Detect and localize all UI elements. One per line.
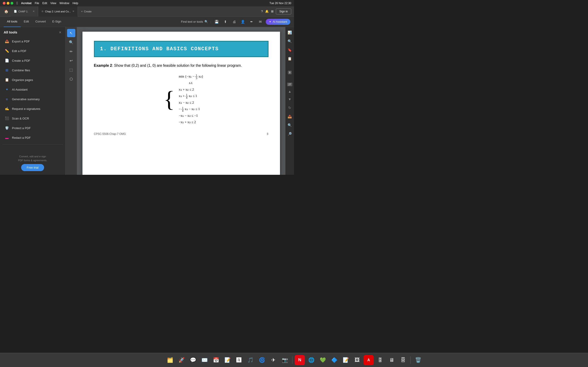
scroll-down-icon[interactable]: ▼ — [286, 95, 294, 103]
math-line-1: min {−x₁ − 1 3 x₂} — [176, 73, 203, 80]
marquee-tool[interactable]: ⬚ — [67, 66, 75, 74]
math-line-6: −x₁ − x₂ ≤ −1 — [176, 112, 203, 119]
apple-logo-icon[interactable]:  — [17, 1, 18, 5]
math-line-3: x₁ + 1 4 x₂ ≤ 1 — [176, 93, 203, 99]
panel-footer: Convert, edit and e-signPDF forms & agre… — [0, 151, 65, 175]
menu-window[interactable]: Window — [60, 2, 69, 5]
traffic-lights — [3, 2, 13, 5]
print-icon[interactable]: 🖨 — [231, 19, 237, 25]
undo-tool[interactable]: ↩ — [67, 56, 75, 65]
tool-create-pdf[interactable]: 📄 Create a PDF — [2, 56, 63, 65]
organize-pages-label: Organize pages — [12, 78, 33, 82]
tab-edit[interactable]: Edit — [21, 17, 32, 27]
panel-close-icon[interactable]: ✕ — [59, 31, 61, 34]
tab1-close-icon[interactable]: ✕ — [33, 10, 35, 13]
fullscreen-window-button[interactable] — [10, 2, 13, 5]
close-window-button[interactable] — [3, 2, 6, 5]
sidebar-bookmark-icon[interactable]: 🔖 — [286, 46, 294, 54]
scroll-up-icon[interactable]: ▲ — [286, 88, 294, 95]
tab2-close-icon[interactable]: ✕ — [72, 10, 74, 13]
page-header-text: 1. DEFINITIONS AND BASICS CONCEPTS — [100, 46, 262, 52]
new-tab-button[interactable]: ＋ Create — [78, 6, 95, 17]
refresh-icon[interactable]: ↻ — [286, 104, 294, 111]
tool-organize-pages[interactable]: 📋 Organize pages — [2, 75, 63, 85]
sidebar-pages-icon[interactable]: 📋 — [286, 55, 294, 62]
page-footer: CPSC-5506-Chap-7 OMG 8 — [94, 132, 268, 135]
math-block: { min {−x₁ − 1 3 x₂} s.t. x₁ + x₂ ≤ 2 — [159, 73, 203, 125]
create-pdf-icon: 📄 — [4, 58, 10, 63]
example-label: Example 2 — [94, 64, 112, 67]
ai-assistant-tool-label: AI Assistant — [12, 88, 27, 91]
export-pdf-label: Export a PDF — [12, 40, 30, 43]
zoom-tool[interactable]: 🔍 — [67, 38, 75, 46]
pencil-tool[interactable]: ✏ — [67, 47, 75, 56]
redact-pdf-label: Redact a PDF — [12, 136, 31, 140]
tool-request-esignatures[interactable]: ✍️ Request e-signatures — [2, 104, 63, 114]
cloud-save-icon[interactable]: ⬆ — [222, 19, 229, 25]
tool-protect-pdf[interactable]: 🛡️ Protect a PDF — [2, 123, 63, 133]
edit-pdf-label: Edit a PDF — [12, 49, 26, 53]
minimize-window-button[interactable] — [7, 2, 9, 5]
find-text-box[interactable]: Find text or tools 🔍 — [181, 20, 208, 23]
tool-edit-pdf[interactable]: ✏️ Edit a PDF — [2, 46, 63, 56]
sign-in-button[interactable]: Sign in — [276, 8, 291, 15]
menubar-right: Tue 26 Nov 22:30 — [269, 2, 291, 5]
organize-pages-icon: 📋 — [4, 77, 10, 83]
bell-icon[interactable]: 🔔 — [265, 10, 269, 13]
ai-assistant-button[interactable]: ✦ AI Assistant — [266, 19, 290, 25]
menu-view[interactable]: View — [50, 2, 56, 5]
menu-acrobat[interactable]: Acrobat — [21, 2, 32, 5]
panel-divider — [2, 144, 63, 144]
tab-convert[interactable]: Convert — [32, 17, 49, 27]
math-line-5: − 1 4 x₁ − x₂ ≤ 1 — [176, 106, 203, 112]
grid-icon[interactable]: ⊞ — [271, 10, 274, 13]
tool-scan-ocr[interactable]: ⬛ Scan & OCR — [2, 114, 63, 123]
share-icon[interactable]: 👤 — [240, 19, 246, 25]
help-icon[interactable]: ? — [261, 10, 263, 13]
create-pdf-label: Create a PDF — [12, 59, 30, 62]
browser-tabs-bar: 🏠 📄 CHAP 1: ✕ ☆ Chap 2: Limit and Co... … — [0, 6, 294, 17]
browser-tab-1[interactable]: 📄 CHAP 1: ✕ — [10, 6, 38, 17]
zoom-in-icon[interactable]: 🔍 — [286, 122, 294, 129]
menu-file[interactable]: File — [35, 2, 39, 5]
tool-combine-files[interactable]: ⊞ Combine files — [2, 65, 63, 75]
tool-export-pdf[interactable]: 📤 Export a PDF — [2, 36, 63, 46]
search-icon: 🔍 — [204, 20, 208, 23]
menu-help[interactable]: Help — [73, 2, 78, 5]
math-line-4: x₁ − x₂ ≤ 2 — [176, 99, 203, 106]
save-icon[interactable]: 💾 — [213, 19, 220, 25]
tool-list: 📤 Export a PDF ✏️ Edit a PDF 📄 Create a … — [0, 36, 65, 142]
panel-title: All tools — [4, 30, 17, 34]
pen-tool-icon[interactable]: ✒ — [248, 19, 255, 25]
sidebar-search-icon[interactable]: 🔍 — [286, 38, 294, 45]
math-line-2: x₁ + x₂ ≤ 2 — [176, 86, 203, 93]
panel-header: All tools ✕ — [0, 27, 65, 36]
browser-tabs: 📄 CHAP 1: ✕ ☆ Chap 2: Limit and Co... ✕ … — [10, 6, 261, 17]
export-pdf-icon: 📤 — [4, 39, 10, 44]
main-layout: All tools ✕ 📤 Export a PDF ✏️ Edit a PDF… — [0, 27, 294, 175]
tool-ai-assistant[interactable]: ✦ AI Assistant — [2, 85, 63, 94]
stamp-tool[interactable]: ⬡ — [67, 75, 75, 83]
ai-star-icon: ✦ — [269, 20, 271, 23]
scan-ocr-icon: ⬛ — [4, 116, 10, 121]
sidebar-share-icon[interactable]: 📤 — [286, 113, 294, 120]
home-button[interactable]: 🏠 — [3, 8, 10, 15]
ai-assistant-label: AI Assistant — [273, 20, 287, 23]
tab-all-tools[interactable]: All tools — [4, 17, 21, 27]
ai-assistant-icon: ✦ — [4, 87, 10, 92]
free-trial-button[interactable]: Free trial — [21, 164, 44, 171]
cursor-tool[interactable]: ↖ — [67, 29, 75, 37]
tool-generative-summary[interactable]: ≡ Generative summary — [2, 94, 63, 104]
tool-redact-pdf[interactable]: ▬ Redact a PDF — [2, 133, 63, 142]
tab2-title: Chap 2: Limit and Co... — [45, 10, 71, 13]
browser-tab-2[interactable]: ☆ Chap 2: Limit and Co... ✕ — [38, 6, 78, 17]
tab-esign[interactable]: E-Sign — [49, 17, 64, 27]
sidebar-summary-icon[interactable]: 📊 — [286, 29, 294, 36]
zoom-out-icon[interactable]: 🔎 — [286, 130, 294, 138]
footer-left-text: CPSC-5506-Chap-7 OMG — [94, 132, 126, 135]
large-brace-icon: { — [164, 73, 174, 125]
acrobat-toolbar-right: Find text or tools 🔍 | 💾 ⬆ 🖨 👤 ✒ ✉ ✦ AI … — [181, 19, 290, 25]
email-icon[interactable]: ✉ — [257, 19, 263, 25]
menu-edit[interactable]: Edit — [43, 2, 47, 5]
tab2-star-icon: ☆ — [41, 10, 44, 13]
